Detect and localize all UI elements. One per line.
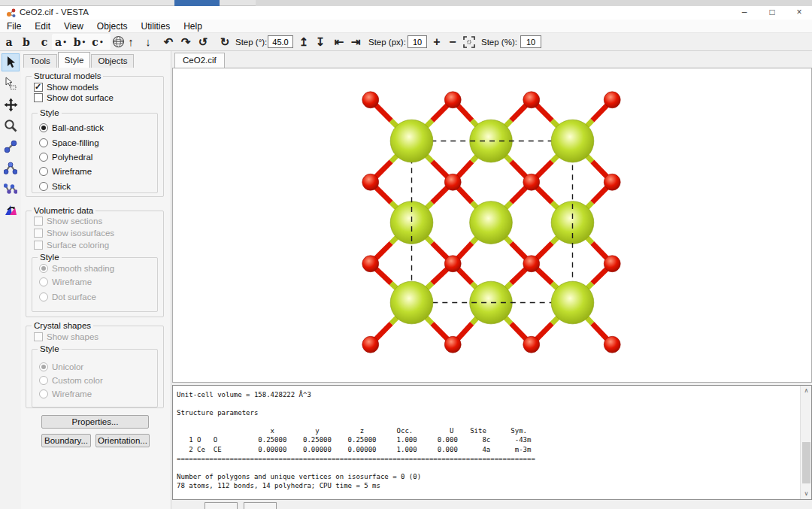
step-deg-input[interactable] xyxy=(268,35,293,48)
zoom-in-icon[interactable]: + xyxy=(429,33,444,50)
orientation-button[interactable]: Orientation... xyxy=(95,434,150,447)
translate-tool-icon[interactable] xyxy=(2,95,20,114)
zoom-out-icon[interactable]: − xyxy=(445,33,460,50)
rotate-up-icon[interactable]: ↑ xyxy=(123,33,139,50)
select-tool-icon[interactable] xyxy=(2,53,20,71)
radio-icon xyxy=(39,362,48,371)
radio-stick[interactable]: Stick xyxy=(39,181,71,192)
view-along-c-star-button[interactable]: c• xyxy=(90,33,105,50)
view-along-b-star-button[interactable]: b• xyxy=(72,33,87,50)
vesta-window: CeO2.cif - VESTA – □ × File Edit View Ob… xyxy=(0,0,812,509)
radio-icon xyxy=(39,292,48,301)
menu-utilities[interactable]: Utilities xyxy=(135,20,177,33)
radio-icon xyxy=(39,376,48,385)
step-px-label: Step (px): xyxy=(368,33,406,50)
checkbox-icon xyxy=(34,217,43,226)
rotate-ccw-icon[interactable]: ↺ xyxy=(195,33,211,50)
show-isosurfaces-checkbox: Show isosurfaces xyxy=(34,228,114,238)
checkbox-icon xyxy=(34,83,43,92)
rotate-down-icon[interactable]: ↓ xyxy=(140,33,156,50)
radio-dot-surface: Dot surface xyxy=(39,292,96,302)
radio-icon xyxy=(39,153,48,162)
rotate-left-icon[interactable]: ↶ xyxy=(160,33,177,50)
checkbox-icon xyxy=(34,229,43,238)
minimize-button[interactable]: – xyxy=(732,6,757,20)
view-along-a-button[interactable]: a xyxy=(2,33,17,50)
output-log-panel: Unit-cell volume = 158.428222 Å^3 Struct… xyxy=(172,385,812,500)
step-deg-label: Step (°): xyxy=(235,33,267,50)
scroll-down-icon[interactable]: ∨ xyxy=(801,489,812,499)
distance-tool-icon[interactable] xyxy=(2,138,20,156)
output-scrollbar[interactable]: ∧ ∨ xyxy=(800,386,811,499)
view-along-b-button[interactable]: b xyxy=(19,33,34,50)
view-along-c-button[interactable]: c xyxy=(37,33,52,50)
menu-bar: File Edit View Objects Utilities Help xyxy=(0,20,812,33)
angle-tool-icon[interactable] xyxy=(2,159,20,177)
menu-file[interactable]: File xyxy=(0,20,28,33)
radio-space-filling[interactable]: Space-filling xyxy=(39,138,99,148)
maximize-button[interactable]: □ xyxy=(759,6,785,20)
checkbox-icon xyxy=(34,332,43,341)
toolbar: a b c a• b• c• ↑ ↓ ↶ ↷ ↺ ↻ Step (°): ↥ ↧… xyxy=(0,33,812,51)
bottom-bar xyxy=(171,500,812,509)
orientation-tool-icon[interactable] xyxy=(2,201,20,219)
translate-up-icon[interactable]: ↥ xyxy=(295,33,312,50)
radio-smooth-shading: Smooth shading xyxy=(39,263,114,274)
radio-polyhedral[interactable]: Polyhedral xyxy=(39,152,92,162)
magnify-tool-icon[interactable] xyxy=(2,117,20,135)
step-pct-input[interactable] xyxy=(520,35,541,48)
menu-edit[interactable]: Edit xyxy=(28,20,57,33)
background-window-accent xyxy=(174,0,220,6)
translate-down-icon[interactable]: ↧ xyxy=(312,33,329,50)
boundary-button[interactable]: Boundary... xyxy=(41,434,91,447)
radio-crystal-wireframe: Wireframe xyxy=(39,389,92,399)
menu-view[interactable]: View xyxy=(57,20,90,33)
radio-wireframe[interactable]: Wireframe xyxy=(39,166,92,177)
radio-ball-and-stick[interactable]: Ball-and-stick xyxy=(39,123,104,133)
menu-objects[interactable]: Objects xyxy=(90,20,135,33)
ceo2-structure-render xyxy=(173,68,811,382)
show-dot-surface-checkbox[interactable]: Show dot surface xyxy=(34,92,114,103)
radio-icon xyxy=(39,389,48,398)
close-button[interactable]: × xyxy=(786,6,812,20)
area-select-tool-icon[interactable] xyxy=(2,74,20,92)
properties-button[interactable]: Properties... xyxy=(41,415,149,429)
radio-icon xyxy=(39,167,48,176)
step-px-input[interactable] xyxy=(408,35,427,48)
scrollbar-thumb[interactable] xyxy=(802,442,810,483)
fit-to-window-icon[interactable] xyxy=(461,33,477,50)
show-models-checkbox[interactable]: Show models xyxy=(34,82,98,92)
tab-style[interactable]: Style xyxy=(58,52,91,68)
main-area: CeO2.cif Unit-cell volume = 158.428222 Å… xyxy=(171,51,812,509)
show-sections-checkbox: Show sections xyxy=(34,216,102,226)
bottom-tab-stub-1[interactable] xyxy=(205,502,238,509)
show-shapes-checkbox: Show shapes xyxy=(34,332,98,342)
titlebar: CeO2.cif - VESTA – □ × xyxy=(0,6,812,20)
rotate-right-icon[interactable]: ↷ xyxy=(177,33,194,50)
bottom-tab-stub-2[interactable] xyxy=(244,502,277,509)
structural-models-title: Structural models xyxy=(32,71,103,80)
mode-toolbar xyxy=(0,51,21,509)
radio-unicolor: Unicolor xyxy=(39,362,83,372)
view-along-a-star-button[interactable]: a• xyxy=(53,33,68,50)
structure-viewport[interactable] xyxy=(172,68,812,383)
tab-objects[interactable]: Objects xyxy=(91,54,134,68)
crystal-shapes-title: Crystal shapes xyxy=(32,321,93,330)
rotate-cw-icon[interactable]: ↻ xyxy=(217,33,233,50)
scroll-up-icon[interactable]: ∧ xyxy=(801,386,812,396)
radio-icon xyxy=(39,138,48,147)
tab-tools[interactable]: Tools xyxy=(23,54,57,68)
panel-tabs: Tools Style Objects xyxy=(23,52,135,68)
dihedral-angle-tool-icon[interactable] xyxy=(2,180,20,198)
radio-icon xyxy=(39,264,48,273)
step-pct-label: Step (%): xyxy=(481,33,517,50)
document-tab-ceo2[interactable]: CeO2.cif xyxy=(174,53,225,68)
radio-custom-color: Custom color xyxy=(39,375,103,386)
vesta-app-icon xyxy=(6,8,17,20)
background-window-strip-right xyxy=(256,0,812,6)
checkbox-icon xyxy=(34,241,43,250)
translate-right-icon[interactable]: ⇥ xyxy=(347,33,364,50)
menu-help[interactable]: Help xyxy=(177,20,209,33)
volumetric-data-title: Volumetric data xyxy=(32,206,95,215)
translate-left-icon[interactable]: ⇤ xyxy=(331,33,347,50)
